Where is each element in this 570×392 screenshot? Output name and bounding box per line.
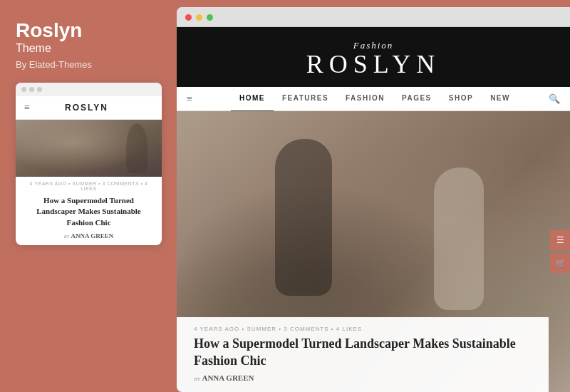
article-meta: 4 YEARS AGO • SUMMER • 3 COMMENTS • 4 LI… bbox=[194, 326, 532, 332]
mobile-author-name: ANNA GREEN bbox=[71, 232, 113, 239]
hero-figure-right bbox=[434, 167, 484, 310]
mobile-card-dots bbox=[16, 83, 162, 96]
browser-dot-green[interactable] bbox=[207, 14, 213, 21]
browser-dot-red[interactable] bbox=[185, 14, 192, 21]
theme-subtitle: Theme bbox=[16, 42, 161, 55]
dot-2 bbox=[29, 87, 34, 92]
theme-title: Roslyn bbox=[16, 20, 161, 42]
nav-item-pages[interactable]: PAGES bbox=[393, 86, 440, 112]
mobile-post-image-bg bbox=[16, 120, 162, 177]
article-author-prefix: by bbox=[194, 374, 200, 382]
hero-figure-left bbox=[275, 139, 332, 296]
mobile-hamburger-icon[interactable]: ≡ bbox=[24, 102, 30, 113]
mobile-nav: ≡ ROSLYN bbox=[16, 96, 162, 120]
mobile-post-image bbox=[16, 120, 162, 177]
article-author-name: ANNA GREEN bbox=[202, 373, 254, 382]
site-logo-main: ROSLYN bbox=[177, 51, 570, 77]
fab-area: ☰ 🛒 bbox=[550, 230, 570, 273]
article-overlay: 4 YEARS AGO • SUMMER • 3 COMMENTS • 4 LI… bbox=[177, 317, 549, 392]
article-author: by ANNA GREEN bbox=[194, 373, 532, 382]
nav-item-new[interactable]: NEW bbox=[482, 86, 519, 112]
theme-by: By Elated-Themes bbox=[16, 59, 161, 70]
nav-hamburger-icon[interactable]: ≡ bbox=[187, 93, 192, 105]
fab-cart-icon[interactable]: 🛒 bbox=[550, 253, 570, 273]
dot-3 bbox=[37, 87, 42, 92]
site-content: Fashion ROSLYN ≡ HOME FEATURES FASHION P… bbox=[177, 27, 570, 392]
site-header: Fashion ROSLYN bbox=[177, 27, 570, 87]
nav-items: HOME FEATURES FASHION PAGES SHOP NEW bbox=[201, 86, 549, 112]
right-panel: Fashion ROSLYN ≡ HOME FEATURES FASHION P… bbox=[177, 7, 570, 392]
mobile-nav-logo: ROSLYN bbox=[65, 103, 108, 113]
browser-chrome bbox=[177, 7, 570, 27]
hero-image: 4 YEARS AGO • SUMMER • 3 COMMENTS • 4 LI… bbox=[177, 111, 570, 392]
mobile-preview-card: ≡ ROSLYN 4 YEARS AGO • SUMMER • 3 COMMEN… bbox=[16, 83, 162, 245]
dot-1 bbox=[21, 87, 26, 92]
nav-item-shop[interactable]: SHOP bbox=[440, 86, 482, 112]
article-title[interactable]: How a Supermodel Turned Landscaper Makes… bbox=[194, 336, 532, 369]
mobile-post-title: How a Supermodel Turned Landscaper Makes… bbox=[16, 192, 162, 231]
left-panel: Roslyn Theme By Elated-Themes ≡ ROSLYN 4… bbox=[0, 0, 177, 392]
nav-item-home[interactable]: HOME bbox=[231, 86, 274, 112]
hero-area: 4 YEARS AGO • SUMMER • 3 COMMENTS • 4 LI… bbox=[177, 111, 570, 392]
site-nav: ≡ HOME FEATURES FASHION PAGES SHOP NEW 🔍 bbox=[177, 87, 570, 111]
mobile-post-author: by ANNA GREEN bbox=[16, 231, 162, 245]
mobile-post-meta: 4 YEARS AGO • SUMMER • 3 COMMENTS • 4 LI… bbox=[16, 177, 162, 192]
browser-dot-yellow[interactable] bbox=[196, 14, 202, 21]
nav-item-fashion[interactable]: FASHION bbox=[337, 86, 393, 112]
mobile-author-prefix: by bbox=[64, 233, 70, 239]
fab-menu-icon[interactable]: ☰ bbox=[550, 230, 570, 250]
search-icon[interactable]: 🔍 bbox=[549, 93, 560, 105]
nav-item-features[interactable]: FEATURES bbox=[274, 86, 337, 112]
